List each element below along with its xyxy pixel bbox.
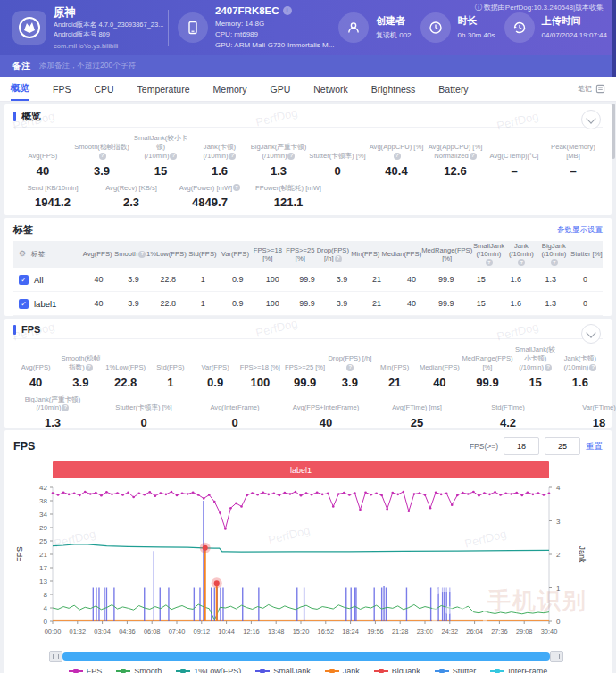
row-checkbox[interactable]: ✓ [19,275,29,285]
label1-range-bar[interactable]: label1 [53,461,549,478]
info-icon[interactable]: ? [86,364,93,371]
legend-item-Smooth[interactable]: Smooth [116,667,162,673]
tab-Brightness[interactable]: Brightness [371,79,416,99]
note-label: 备注 [12,60,30,72]
tab-CPU[interactable]: CPU [94,79,113,99]
column-header: BigJank (/10min)? [537,242,570,267]
scroll-track[interactable] [62,652,550,661]
svg-text:00:00: 00:00 [45,627,62,636]
svg-text:16:52: 16:52 [318,627,335,636]
legend-marker [325,670,339,672]
info-icon[interactable]: ? [233,184,240,191]
tab-GPU[interactable]: GPU [270,79,290,99]
chart-horizontal-scrollbar[interactable] [49,652,563,661]
info-icon[interactable]: ? [138,251,146,258]
note-bar[interactable]: 备注 添加备注，不超过200个字符 [0,55,616,77]
column-header: Min(FPS) [349,250,381,258]
stat: Avg(FTime) [ms]25 [378,403,456,429]
legend-label: BigJank [392,667,420,673]
legend-item-BigJank[interactable]: BigJank [374,667,420,673]
fps-threshold-high-input[interactable] [545,437,580,455]
column-header: FPS>=25 [%] [284,246,316,263]
stat: Drop(FPS) [/h]?3.9 [328,354,372,389]
tab-概览[interactable]: 概览 [11,77,29,101]
legend-item-1%Low(FPS)[interactable]: 1%Low(FPS) [176,667,241,673]
stat: Smooth(稳帧指数)?3.9 [58,354,103,389]
info-icon[interactable]: ? [335,255,342,262]
stat: Stutter(卡顿率) [%]0 [308,152,367,178]
table-cell: 3.9 [325,299,360,308]
table-cell: 0.9 [221,275,255,284]
notes-icon[interactable] [595,84,605,94]
info-icon[interactable]: ? [394,153,401,160]
header-divider [168,10,169,46]
svg-text:01:32: 01:32 [70,627,87,636]
note-placeholder[interactable]: 添加备注，不超过200个字符 [39,61,136,71]
stat: Avg(CTemp)[°C]– [485,152,544,178]
info-icon[interactable]: ? [470,153,477,160]
info-icon[interactable]: ? [518,259,525,266]
upload-time-value: 04/07/2024 19:07:44 [542,30,607,41]
info-icon[interactable]: ? [170,153,177,160]
page-scrollbar-thumb[interactable] [612,104,615,159]
label-column-header: 标签 [31,250,45,258]
stat: Peak(Memory) [MB]– [544,143,603,178]
tab-FPS[interactable]: FPS [53,79,71,99]
stat-label: Avg(CTemp)[°C] [485,152,544,161]
gear-icon[interactable]: ⚙ [19,249,26,259]
scroll-handle-right[interactable] [550,651,563,662]
table-cell: 1.3 [533,299,568,308]
scroll-handle-left[interactable] [49,651,62,662]
info-icon[interactable]: ? [486,259,493,266]
tab-Battery[interactable]: Battery [438,79,468,99]
table-cell: 15 [463,275,498,284]
reset-link[interactable]: 重置 [586,441,603,453]
info-icon[interactable]: ? [551,259,558,266]
fps-threshold-low-input[interactable] [504,437,539,455]
info-icon[interactable]: ? [545,364,552,371]
tab-Network[interactable]: Network [313,79,348,99]
legend-item-FPS[interactable]: FPS [69,667,103,673]
stat: Avg(Recv) [KB/s]2.3 [92,184,171,210]
svg-text:12:16: 12:16 [243,627,260,636]
stat-value: 12.6 [426,164,485,178]
fps-stats-card: FPS Avg(FPS)40Smooth(稳帧指数)?3.91%Low(FPS)… [4,319,612,428]
table-cell: 100 [255,299,290,308]
svg-text:04:36: 04:36 [119,627,136,636]
info-icon[interactable]: ? [589,364,596,371]
info-icon[interactable]: ? [99,153,106,160]
stat-label: Std(FTime) [469,403,547,412]
label1-range-text: label1 [290,466,312,475]
stat-label: Avg(FTime) [ms] [378,403,456,412]
param-display-settings-link[interactable]: 参数显示设置 [557,225,603,236]
row-checkbox[interactable]: ✓ [19,299,29,309]
notes-toggle-label[interactable]: 笔记 [578,84,592,94]
legend-marker [435,670,449,672]
legend-label: FPS [87,667,103,673]
legend-item-SmallJank[interactable]: SmallJank [255,667,311,673]
legend-item-InterFrame[interactable]: InterFrame [490,667,547,673]
stat-label: Avg(AppCPU) [%]? [367,143,426,161]
column-header: Drop(FPS)[/h]? [317,246,349,263]
info-icon[interactable]: ? [62,404,69,411]
device-info-icon[interactable]: i [283,6,292,15]
info-icon[interactable]: ? [287,153,295,160]
table-cell: 40 [394,275,429,284]
overview-collapse-button[interactable] [581,110,601,129]
header-scroll-strip [612,0,616,77]
tab-Memory[interactable]: Memory [213,79,247,99]
stat-label: FPS>=18 [%] [237,363,282,372]
info-icon[interactable]: ? [346,364,354,371]
legend-item-Jank[interactable]: Jank [325,667,360,673]
svg-text:13: 13 [39,577,47,586]
tab-Temperature[interactable]: Temperature [137,79,190,99]
svg-text:42: 42 [39,484,47,492]
info-icon[interactable]: ? [229,153,236,160]
stat: BigJank(严重卡顿) (/10min)?1.3 [249,143,308,178]
stat-value: 3.9 [328,376,372,389]
fps-section-title: FPS [21,324,40,335]
fps-timeline-chart[interactable]: 04813172125293438420123400:0001:3203:040… [13,480,610,646]
stat-label: Avg(AppCPU) [%] Normalized? [426,143,485,161]
fps-collapse-button[interactable] [581,324,601,344]
legend-item-Stutter[interactable]: Stutter [435,667,477,673]
